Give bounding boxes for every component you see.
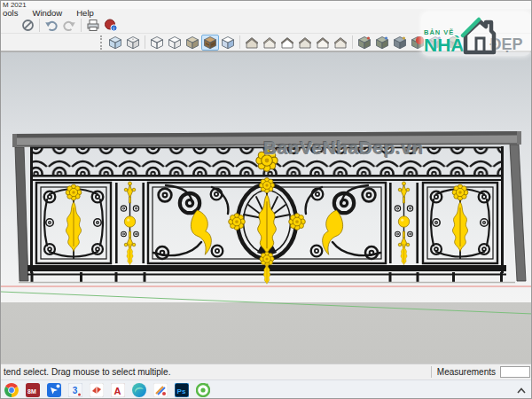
right-post[interactable] [510,145,526,281]
photoshop-icon[interactable]: Ps [171,380,192,399]
menu-item-window[interactable]: Window [32,9,62,18]
iso-view-icon[interactable] [243,35,261,51]
wireframe-icon[interactable] [148,35,166,51]
redo-icon[interactable] [60,18,78,34]
status-bar: tend select. Drag mouse to select multip… [1,364,532,379]
svg-text:Ps: Ps [177,387,186,395]
left-panel[interactable] [36,183,111,263]
chrome-icon[interactable] [1,380,22,399]
component-tool-icon-1[interactable] [356,35,373,51]
app-3-icon[interactable]: 3 [65,380,86,399]
watermark-text: BanVeNhaDep.vn [263,137,424,159]
status-hint: tend select. Drag mouse to select multip… [4,367,431,377]
top-view-icon[interactable] [261,35,278,51]
viewport-canvas[interactable]: BanVeNhaDep.vn [1,51,532,364]
component-tool-icon-3[interactable] [391,35,409,51]
back-view-icon[interactable] [314,35,332,51]
shaded-icon[interactable] [184,35,201,51]
house-logo-icon [459,15,497,56]
svg-text:3: 3 [73,386,78,395]
red-media-app-icon[interactable]: 8M [22,380,43,399]
monochrome-icon[interactable] [219,35,237,51]
right-divider-panel[interactable] [389,182,419,265]
erase-icon[interactable] [19,18,36,34]
banvenhadep-logo: BẢN VẼ NHÀ ĐẸP [421,12,531,56]
menu-item-help[interactable]: Help [76,9,94,18]
left-view-icon[interactable] [332,35,349,51]
right-panel[interactable] [423,183,497,263]
green-axis [1,292,532,314]
model-info-icon[interactable]: i [102,18,120,34]
railing-model[interactable] [1,52,532,364]
measurements-label: Measurements [437,367,496,377]
hidden-line-icon[interactable] [166,35,184,51]
svg-text:A: A [113,386,121,396]
front-view-icon[interactable] [278,35,296,51]
show-hidden-icons-button[interactable] [515,387,528,395]
autocad-icon[interactable]: A [107,380,129,399]
print-icon[interactable] [84,18,102,34]
edge-icon[interactable] [129,380,150,399]
paint-app-icon[interactable] [150,380,171,399]
shaded-with-textures-icon[interactable] [201,35,219,51]
sketchup-window: M 2021 ools Window Help i [0,0,532,399]
svg-text:8M: 8M [27,388,36,395]
blue-share-app-icon[interactable] [43,380,65,399]
right-view-icon[interactable] [296,35,314,51]
left-post[interactable] [15,147,28,281]
measurements-input[interactable] [500,366,530,378]
menu-item-tools[interactable]: ools [3,9,18,18]
undo-icon[interactable] [43,18,60,34]
back-edges-icon[interactable] [124,35,142,51]
xray-icon[interactable] [106,35,124,51]
windows-taskbar: 8M 3 A Ps [1,379,532,399]
coccoc-icon[interactable] [192,380,214,399]
component-tool-icon-2[interactable] [373,35,391,51]
toolbar-grip[interactable] [100,35,105,50]
svg-text:i: i [113,26,113,31]
left-divider-panel[interactable] [115,182,145,265]
sketchup-icon[interactable] [86,380,107,399]
